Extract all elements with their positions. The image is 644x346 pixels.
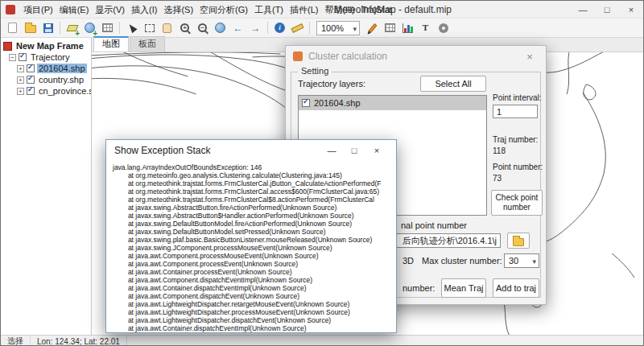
menu-item[interactable]: 选择(S) [160, 1, 196, 19]
add-web-layer-icon[interactable]: + [81, 20, 98, 36]
maximize-button[interactable]: □ [595, 1, 619, 18]
layer-list-item[interactable]: 201604.shp [299, 96, 486, 110]
menu-item[interactable]: 编辑(E) [56, 1, 93, 19]
zoom-in-icon[interactable]: + [176, 20, 193, 36]
group-checkbox[interactable] [19, 53, 27, 61]
expand-icon[interactable] [17, 65, 24, 72]
zoom-level-value: 100% [321, 23, 344, 33]
stack-trace-line: at java.awt.Component.dispatchEvent(Unkn… [113, 292, 396, 300]
stack-trace-line: java.lang.ArrayIndexOutOfBoundsException… [113, 163, 396, 171]
settings-gear-icon[interactable] [435, 20, 452, 36]
status-coordinates: Lon: 124.34; Lat: 22.01 [31, 336, 127, 346]
menu-item[interactable]: 插入(I) [128, 1, 160, 19]
point-interval-input[interactable]: 1 [493, 105, 538, 118]
open-file-icon[interactable] [22, 20, 39, 36]
menu-item[interactable]: 项目(P) [20, 1, 56, 19]
tree-item-layer[interactable]: cn_province.shp [1, 85, 91, 97]
toolbar-separator [309, 22, 310, 34]
max-cluster-number-label: Max cluster number: [422, 256, 502, 266]
stack-trace-text[interactable]: java.lang.ArrayIndexOutOfBoundsException… [106, 161, 396, 332]
tree-item-layer[interactable]: 201604.shp [1, 63, 91, 74]
layer-checkbox[interactable] [27, 87, 35, 95]
full-extent-icon[interactable] [212, 20, 229, 36]
exception-dialog-titlebar: Show Exception Stack — □ × [106, 140, 396, 161]
point-number-value: 73 [493, 174, 502, 183]
chart-icon[interactable] [399, 20, 416, 36]
stack-trace-line: at javax.swing.AbstractButton$Handler.ac… [113, 212, 396, 220]
stack-trace-line: at java.awt.Container.dispatchEventImpl(… [113, 324, 396, 332]
tree-item-trajectory-group[interactable]: Trajectory [1, 51, 91, 63]
titlebar: 项目(P)编辑(E)显示(V)插入(I)选择(S)空间分析(G)工具(T)插件(… [1, 1, 643, 19]
select-rectangle-icon[interactable] [141, 20, 158, 36]
select-arrow-icon[interactable] [123, 20, 140, 36]
minimize-button[interactable]: — [320, 140, 343, 161]
menu-item[interactable]: 空间分析(G) [196, 1, 251, 19]
zoom-next-icon[interactable]: → [247, 20, 264, 36]
map-frame-label: New Map Frame [14, 41, 85, 51]
pan-icon[interactable] [159, 20, 175, 36]
new-document-icon[interactable] [4, 20, 21, 36]
tab-map[interactable]: 地图 [93, 36, 129, 51]
maximize-button[interactable]: □ [343, 140, 365, 161]
layer-label: country.shp [37, 75, 85, 84]
stack-trace-line: at javax.swing.JComponent.processMouseEv… [113, 244, 396, 252]
stack-trace-line: at java.awt.Component.processEvent(Unkno… [113, 260, 396, 268]
minimize-button[interactable]: — [571, 1, 595, 18]
tree-item-layer[interactable]: country.shp [1, 74, 91, 85]
edit-pencil-icon[interactable] [364, 20, 381, 36]
stack-trace-line: at org.meteoinfo.geo.analysis.Clustering… [113, 171, 396, 179]
layer-checkbox[interactable] [27, 76, 35, 84]
layer-checkbox[interactable] [302, 99, 310, 107]
is-3d-label: 3D [402, 256, 414, 266]
zoom-out-icon[interactable]: − [194, 20, 211, 36]
close-button[interactable]: × [619, 1, 643, 18]
close-button[interactable]: × [365, 140, 388, 161]
add-layer-icon[interactable]: + [64, 20, 80, 36]
stack-trace-line: at java.awt.LightweightDispatcher.dispat… [113, 316, 396, 324]
open-data-icon[interactable] [99, 20, 116, 36]
identify-icon[interactable]: i [271, 20, 288, 36]
app-logo-icon [6, 5, 15, 14]
text-label-icon[interactable]: T [417, 20, 434, 36]
close-icon[interactable]: × [521, 51, 539, 63]
stack-trace-line: at java.awt.LightweightDispatcher.retarg… [113, 300, 396, 308]
layer-list-label: 201604.shp [314, 98, 361, 108]
menu-item[interactable]: 插件(L) [287, 1, 321, 19]
chevron-down-icon [353, 23, 357, 33]
point-number-label: Point number: [493, 163, 543, 171]
tree-item-map-frame[interactable]: New Map Frame [1, 40, 91, 51]
toolbar-separator [60, 22, 60, 34]
toolbar-separator [267, 22, 268, 34]
toolbar-separator [119, 22, 120, 34]
max-cluster-number-combo[interactable]: 30 [504, 253, 539, 268]
attribute-table-icon[interactable] [382, 20, 398, 36]
browse-folder-button[interactable] [507, 233, 530, 249]
zoom-previous-icon[interactable]: ← [229, 20, 246, 36]
app-window: 项目(P)编辑(E)显示(V)插入(I)选择(S)空间分析(G)工具(T)插件(… [0, 0, 644, 346]
mean-traj-button[interactable]: Mean Traj [441, 278, 486, 298]
stack-trace-line: at javax.swing.DefaultButtonModel.setPre… [113, 228, 396, 236]
expand-icon[interactable] [17, 76, 24, 84]
setting-group-label: Setting [298, 66, 332, 76]
cluster-dialog-titlebar: Cluster calculation × [286, 46, 546, 67]
measure-icon[interactable] [289, 20, 306, 36]
zoom-level-combo[interactable]: 100% [316, 21, 360, 35]
cluster-number-label: number: [402, 283, 435, 293]
layer-checkbox[interactable] [27, 64, 35, 72]
tab-layout[interactable]: 板面 [130, 36, 165, 51]
map-frame-icon [3, 42, 12, 51]
expand-icon[interactable] [17, 88, 24, 95]
check-point-number-button[interactable]: Check point number [491, 190, 543, 216]
save-icon[interactable] [39, 20, 56, 36]
folder-icon [513, 238, 524, 246]
toolbar: + + + − ← → i 100% T [1, 19, 643, 38]
exception-stack-dialog: Show Exception Stack — □ × java.lang.Arr… [105, 139, 397, 333]
select-all-button[interactable]: Select All [420, 76, 486, 92]
chevron-down-icon [532, 256, 536, 266]
menu-item[interactable]: 工具(T) [251, 1, 287, 19]
collapse-icon[interactable] [9, 54, 16, 61]
add-to-traj-button[interactable]: Add to traj [493, 278, 539, 298]
traj-number-label: Traj number: [493, 135, 538, 144]
group-label: Trajectory [29, 52, 72, 62]
menu-item[interactable]: 显示(V) [92, 1, 128, 19]
